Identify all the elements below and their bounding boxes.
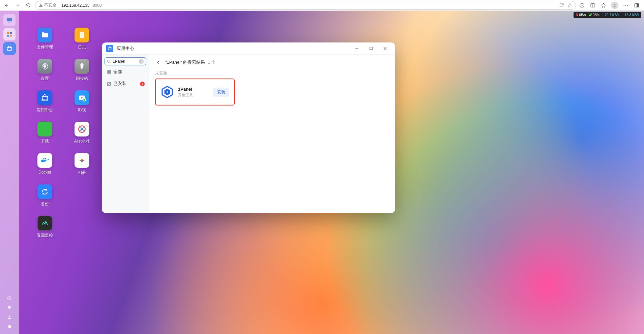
svg-point-2: [614, 4, 616, 5]
minimize-button[interactable]: [351, 44, 363, 53]
security-warning-icon: 不安全: [39, 2, 56, 8]
reload-button[interactable]: [24, 1, 32, 9]
app-sidebar: × 全部 已安装 1: [102, 55, 149, 213]
window-title: 应用中心: [117, 45, 134, 52]
dock-item-monitor[interactable]: [3, 14, 16, 26]
svg-rect-6: [9, 22, 10, 23]
split-icon[interactable]: [589, 2, 596, 9]
app-center-window: 应用中心 × 全部 已安装: [102, 42, 395, 213]
svg-rect-10: [10, 35, 12, 37]
desktop-icon-alist[interactable]: Alist小雅: [63, 122, 100, 144]
desktop-icon-backup[interactable]: 备份: [26, 184, 63, 207]
section-not-installed: 未安装: [155, 71, 389, 76]
sidebar-item-all[interactable]: 全部: [105, 67, 146, 77]
more-icon[interactable]: ⋯: [622, 2, 629, 9]
result-app-category: 开发工具: [178, 93, 209, 98]
back-button[interactable]: [3, 1, 11, 9]
dock-settings-icon[interactable]: [7, 324, 12, 329]
svg-rect-4: [637, 3, 639, 7]
favorites-icon[interactable]: [600, 2, 607, 9]
app-logo-1panel: 1: [160, 85, 174, 99]
installed-badge: 1: [140, 82, 145, 86]
svg-rect-7: [7, 32, 9, 34]
grid-icon: [107, 70, 111, 74]
search-box[interactable]: ×: [105, 57, 146, 65]
desktop-icon-log[interactable]: 日志: [63, 28, 100, 50]
installed-icon: [107, 82, 111, 86]
address-bar[interactable]: 不安全 | 192.168.42.135:8000: [35, 1, 576, 10]
search-icon: [107, 59, 111, 64]
url-port: :8000: [92, 3, 102, 8]
desktop-icon-docker[interactable]: Docker: [26, 153, 63, 176]
app-center-icon: [106, 45, 113, 52]
desktop-icon-album[interactable]: 相册: [63, 153, 100, 176]
network-stats: R 0B/s W 0B/s ↑ 29.7 KB/s ↓ 13.3 KB/s: [574, 12, 641, 18]
clear-search-button[interactable]: ×: [139, 59, 144, 64]
panel-toggle-icon[interactable]: [633, 2, 640, 9]
dock-user-icon[interactable]: [7, 314, 12, 320]
share-icon[interactable]: [559, 3, 564, 8]
svg-point-12: [9, 315, 10, 317]
star-icon[interactable]: [567, 3, 572, 8]
dock-item-grid[interactable]: [3, 28, 16, 40]
desktop-icon-grid: 文件管理 日志 设置 回收站 STORE应用中心 影视 下载 Alist小雅 D…: [26, 28, 100, 238]
svg-rect-9: [7, 35, 9, 37]
svg-rect-20: [107, 72, 109, 74]
search-input[interactable]: [113, 59, 138, 64]
svg-rect-22: [107, 82, 110, 85]
desktop-wallpaper: R 0B/s W 0B/s ↑ 29.7 KB/s ↓ 13.3 KB/s 文件…: [0, 11, 644, 334]
search-result-card[interactable]: 1 1Panel 开发工具 安装: [155, 79, 235, 105]
sidebar-label-all: 全部: [113, 69, 122, 75]
results-title: "1Panel" 的搜索结果 1 个: [165, 59, 216, 65]
desktop-icon-download[interactable]: 下载: [26, 122, 63, 144]
extensions-icon[interactable]: [579, 2, 585, 9]
url-host: 192.168.42.135: [61, 3, 89, 8]
maximize-button[interactable]: [365, 44, 377, 53]
svg-rect-19: [109, 70, 111, 71]
svg-text:1: 1: [166, 90, 169, 94]
install-button[interactable]: 安装: [213, 88, 229, 97]
forward-button[interactable]: [13, 1, 22, 9]
close-button[interactable]: [379, 44, 391, 53]
results-back-button[interactable]: [155, 59, 161, 65]
desktop-icon-settings[interactable]: 设置: [26, 59, 63, 82]
dock-notification-icon[interactable]: [7, 305, 12, 310]
svg-rect-8: [10, 32, 12, 34]
browser-right-controls: ⋯: [579, 2, 641, 9]
window-titlebar[interactable]: 应用中心: [102, 42, 395, 55]
dock-dashboard-icon[interactable]: [7, 296, 12, 301]
desktop-icon-trash[interactable]: 回收站: [63, 59, 100, 82]
svg-rect-18: [107, 70, 109, 71]
desktop-icon-media[interactable]: 影视: [63, 90, 100, 113]
sidebar-item-installed[interactable]: 已安装 1: [105, 79, 146, 89]
desktop-icon-file-manager[interactable]: 文件管理: [26, 28, 63, 50]
svg-point-17: [108, 60, 110, 62]
svg-rect-16: [370, 47, 372, 50]
svg-rect-21: [109, 72, 111, 74]
dock-item-store[interactable]: [3, 42, 16, 55]
result-app-name: 1Panel: [178, 87, 209, 92]
desktop-icon-monitor[interactable]: 资源监控: [26, 216, 63, 238]
sidebar-label-installed: 已安装: [113, 81, 126, 87]
svg-rect-5: [7, 18, 12, 21]
app-content: "1Panel" 的搜索结果 1 个 未安装 1 1Panel 开发工具 安装: [149, 55, 395, 213]
desktop-icon-app-center[interactable]: STORE应用中心: [26, 90, 63, 113]
profile-avatar[interactable]: [611, 2, 618, 9]
browser-toolbar: 不安全 | 192.168.42.135:8000 ⋯: [0, 0, 644, 11]
security-label: 不安全: [44, 2, 56, 8]
left-dock: [0, 11, 19, 334]
